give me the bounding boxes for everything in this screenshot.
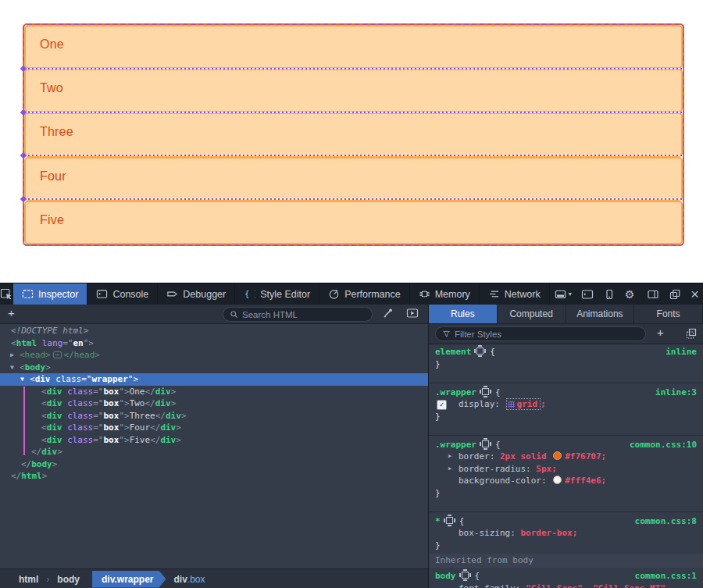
breadcrumb-body[interactable]: body (49, 574, 87, 585)
tab-rules[interactable]: Rules (429, 305, 498, 323)
code-line[interactable]: <div class="box">One</div> (0, 386, 428, 398)
filter-styles-input[interactable]: Filter Styles (435, 326, 646, 341)
split-console-button[interactable] (576, 283, 598, 305)
code-line[interactable]: font-family: "Gill Sans", "Gill Sans MT"… (429, 583, 703, 588)
code-token: body (31, 459, 52, 469)
code-line[interactable] (429, 422, 703, 436)
stylesheet-link[interactable]: common.css:1 (635, 570, 697, 583)
code-token: html (16, 338, 37, 348)
code-token: body (25, 362, 46, 372)
filter-placeholder: Filter Styles (455, 330, 501, 339)
code-line[interactable]: ▼<body> (0, 362, 428, 374)
tab-console[interactable]: Console (87, 283, 158, 305)
expand-arrow-icon[interactable]: ▶ (448, 463, 451, 476)
pick-element-button[interactable] (0, 283, 13, 305)
code-line[interactable]: Inherited from body (429, 554, 703, 568)
tab-inspector[interactable]: Inspector (13, 283, 87, 305)
code-token: < (41, 387, 47, 397)
breadcrumb-div-wrapper[interactable]: div.wrapper (92, 571, 166, 588)
code-line[interactable] (429, 499, 703, 512)
responsive-mode-button[interactable] (598, 283, 620, 305)
stylesheet-link[interactable]: common.css:8 (635, 515, 697, 528)
code-token: : (516, 583, 526, 588)
code-token: ▼ (20, 373, 30, 386)
code-token: div (35, 374, 51, 384)
code-line[interactable]: <html lang="en"> (0, 337, 428, 350)
code-line[interactable]: <div class="box">Two</div> (0, 397, 428, 410)
code-line[interactable]: .wrapper{common.css:10 (429, 439, 703, 451)
code-line[interactable]: </body> (0, 458, 428, 471)
close-devtools-button[interactable]: × (686, 283, 703, 305)
media-simulation-button[interactable] (401, 307, 423, 319)
tab-computed[interactable]: Computed (498, 305, 566, 323)
add-node-button[interactable]: + (8, 306, 15, 319)
code-line[interactable]: ▶border: 2px solid #f76707; (429, 451, 703, 463)
console-icon (96, 288, 108, 300)
markup-line-selected[interactable]: ▼<div class="wrapper"> (0, 373, 428, 386)
code-token: : (490, 451, 500, 461)
code-line[interactable]: .wrapper{inline:3 (429, 387, 703, 399)
code-line[interactable]: <!DOCTYPE html> (0, 325, 428, 337)
tab-performance[interactable]: Performance (319, 283, 410, 305)
rule-gear-icon[interactable] (446, 517, 453, 524)
code-line[interactable]: ✓display: grid; (429, 398, 703, 411)
expand-arrow-icon[interactable]: ▶ (448, 451, 451, 463)
code-line[interactable]: } (429, 540, 703, 552)
tab-fonts[interactable]: Fonts (634, 305, 703, 323)
code-line[interactable]: background-color: #fff4e6; (429, 475, 703, 487)
rule-gear-icon[interactable] (476, 347, 484, 355)
gear-icon: ⚙ (625, 289, 635, 300)
performance-icon (328, 288, 340, 300)
tab-style-editor[interactable]: { } Style Editor (235, 283, 319, 305)
pseudo-class-button[interactable] (680, 327, 702, 340)
search-html-input[interactable]: Search HTML (223, 307, 373, 322)
code-token: ⋯ (53, 351, 62, 358)
stylesheet-link[interactable]: inline:3 (655, 387, 697, 399)
code-line[interactable]: ▶border-radius: 5px; (429, 463, 703, 476)
code-token: </ (155, 411, 166, 421)
tab-debugger[interactable]: Debugger (158, 283, 235, 305)
code-line[interactable]: ▶<head>⋯</head> (0, 349, 428, 362)
dock-options-button[interactable]: ▾ (550, 283, 576, 305)
code-line[interactable]: box-sizing: border-box; (429, 527, 703, 540)
color-swatch[interactable] (553, 476, 562, 484)
stylesheet-link[interactable]: inline (666, 346, 697, 358)
add-rule-button[interactable]: + (657, 326, 664, 339)
breadcrumb-html[interactable]: html (11, 574, 46, 585)
code-line[interactable]: } (429, 487, 703, 500)
stylesheet-link[interactable]: common.css:10 (630, 439, 697, 451)
color-swatch[interactable] (553, 451, 562, 460)
grid-value-toggle[interactable]: grid (506, 398, 541, 410)
code-token: font-family (459, 583, 516, 588)
code-line[interactable] (429, 370, 703, 383)
code-line[interactable]: <div class="box">Three</div> (0, 410, 428, 422)
code-token: lang (42, 338, 63, 348)
code-line[interactable]: *{common.css:8 (429, 515, 703, 528)
settings-button[interactable]: ⚙ (620, 283, 640, 305)
eyedropper-button[interactable] (377, 307, 398, 319)
rule-gear-icon[interactable] (482, 440, 489, 447)
tab-memory[interactable]: Memory (410, 283, 480, 305)
tab-animations[interactable]: Animations (566, 305, 635, 323)
breadcrumb-div-box[interactable]: div.box (166, 574, 212, 585)
code-token: 5px; (536, 464, 557, 474)
code-line[interactable]: <div class="box">Five</div> (0, 434, 428, 447)
rule-gear-icon[interactable] (482, 388, 489, 395)
code-line[interactable]: } (429, 411, 703, 423)
sidebar-toggle-button[interactable] (642, 283, 664, 305)
property-checkbox[interactable]: ✓ (437, 400, 447, 410)
code-line[interactable]: } (429, 358, 703, 371)
code-token: <head> (20, 350, 51, 360)
code-line[interactable]: body{common.css:1 (429, 570, 703, 583)
pop-out-button[interactable] (664, 283, 686, 305)
code-token: "> (84, 338, 94, 348)
grid-box-three: Three (24, 112, 683, 156)
rule-gear-icon[interactable] (462, 572, 469, 579)
code-line[interactable]: <div class="box">Four</div> (0, 422, 428, 434)
code-token (37, 338, 42, 348)
code-token: =" (93, 411, 103, 421)
code-line[interactable]: </div> (0, 446, 428, 458)
code-line[interactable]: </html> (0, 470, 428, 483)
tab-network[interactable]: Network (480, 283, 550, 305)
code-line[interactable]: element{inline (429, 346, 703, 358)
